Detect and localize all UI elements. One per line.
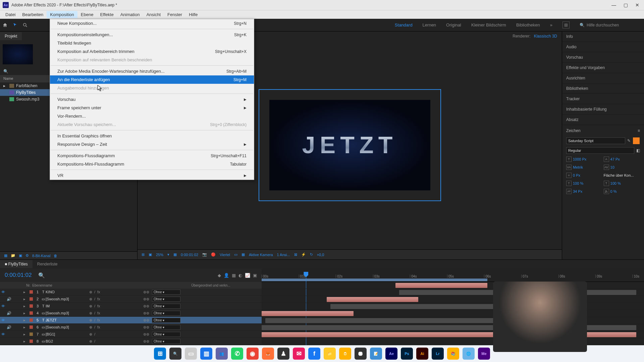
layer-row[interactable]: 🔊▸4▭[Swoosh.mp3]⊕/fx⊚⊚Ohne ▾ (0, 310, 262, 317)
adjust-icon[interactable]: ⚙ (25, 253, 29, 258)
zoom-value[interactable]: 25% (156, 253, 163, 257)
layer-row[interactable]: 🔊▸2▭[Swoosh.mp3]⊕/fx⊚⊚Ohne ▾ (0, 296, 262, 303)
taskbar-icon[interactable]: 🗒 (339, 348, 351, 360)
composition-canvas[interactable]: JETZT (269, 100, 430, 190)
layer-bar[interactable] (265, 318, 502, 323)
search-icon[interactable]: 🔍 (38, 272, 45, 279)
menu-item[interactable]: VR▶ (50, 171, 254, 180)
expand-workspaces-icon[interactable]: » (550, 22, 552, 27)
menu-komposition[interactable]: Komposition (47, 11, 77, 18)
workspace-kleiner bildschirm[interactable]: Kleiner Bildschirm (471, 22, 506, 27)
renderer-value[interactable]: Klassisch 3D (534, 34, 557, 39)
menu-datei[interactable]: Datei (2, 11, 19, 18)
interpret-footage-icon[interactable]: ▦ (4, 253, 7, 258)
menu-item[interactable]: An die Renderliste anfügenStrg+M (50, 75, 254, 84)
color-depth[interactable]: 8-Bit-Kanal (32, 254, 50, 258)
home-icon[interactable] (0, 20, 10, 30)
transparency-icon[interactable]: ▦ (241, 252, 245, 257)
menu-fenster[interactable]: Fenster (164, 11, 185, 18)
fast-preview-icon[interactable]: ⚡ (301, 252, 306, 257)
taskbar-icon[interactable]: 👥 (216, 348, 228, 360)
taskbar-icon[interactable]: 🔍 (169, 348, 181, 360)
workspace-bibliotheken[interactable]: Bibliotheken (516, 22, 540, 27)
workspace-lernen[interactable]: Lernen (423, 22, 436, 27)
timecode[interactable]: 0:00:01:02 (5, 272, 32, 279)
menu-animation[interactable]: Animation (117, 11, 143, 18)
character-panel-title[interactable]: Zeichen (566, 128, 581, 133)
new-comp-icon[interactable]: ▣ (19, 253, 22, 258)
taskbar-icon[interactable]: ✆ (231, 348, 243, 360)
hscale-value[interactable]: 100 % (610, 181, 621, 185)
taskbar-icon[interactable]: 📚 (447, 348, 459, 360)
menu-effekte[interactable]: Effekte (97, 11, 117, 18)
menu-item[interactable]: Vorschau▶ (50, 95, 254, 104)
motion-blur-icon[interactable]: ◐ (238, 273, 242, 278)
eyedropper-icon[interactable]: ✎ (627, 138, 631, 143)
panel-row[interactable]: Audio (562, 42, 644, 52)
leading-value[interactable]: 47 Px (610, 157, 620, 161)
zoom-tool-icon[interactable] (20, 20, 30, 30)
graph-editor-icon[interactable]: 📈 (245, 273, 250, 278)
font-size-value[interactable]: 1000 Px (573, 157, 586, 161)
vscale-value[interactable]: 100 % (573, 181, 583, 185)
fill-color-swatch[interactable] (633, 137, 640, 144)
taskbar-icon[interactable]: ▭ (185, 348, 197, 360)
panel-row[interactable]: Info (562, 32, 644, 42)
stroke-color-icon[interactable]: ◧ (636, 148, 640, 153)
timeline-icon[interactable]: ↻ (310, 252, 313, 257)
timeline-tab[interactable]: Renderliste (33, 260, 62, 268)
comp-marker-icon[interactable]: ◆ (218, 273, 221, 278)
font-weight-select[interactable]: Regular (566, 147, 634, 154)
menu-item[interactable]: Kompositions-FlussdiagrammStrg+Umschalt+… (50, 152, 254, 160)
menu-item[interactable]: Kompositions-Mini-FlussdiagrammTabulator (50, 160, 254, 168)
menu-item[interactable]: Responsive Design – Zeit▶ (50, 140, 254, 148)
menu-item[interactable]: Frame speichern unter▶ (50, 104, 254, 112)
close-button[interactable]: ✕ (635, 2, 639, 8)
panel-row[interactable]: Effekte und Vorgaben (562, 63, 644, 73)
layer-row[interactable]: ▸8▭BG2⊕/⊚⊚Ohne ▾ (0, 338, 262, 345)
layer-row[interactable]: 👁▸5TJETZT⊕/fx⊚⊚Ohne ▾ (0, 317, 262, 324)
menu-item[interactable]: Zur Adobe Media Encoder-Warteschlange hi… (50, 67, 254, 75)
taskbar-icon[interactable]: ✉ (293, 348, 305, 360)
trash-icon[interactable]: 🗑 (54, 254, 57, 258)
mask-icon[interactable]: ▣ (149, 252, 152, 257)
layer-bar[interactable] (327, 297, 419, 302)
taskbar-icon[interactable]: 🦊 (262, 348, 274, 360)
time-value[interactable]: 0:00:01:02 (181, 253, 198, 257)
taskbar-icon[interactable]: ⊞ (154, 348, 166, 360)
panel-row[interactable]: Bibliotheken (562, 83, 644, 94)
taskbar-icon[interactable]: Me (478, 348, 490, 360)
baseline-value[interactable]: 34 Px (573, 189, 582, 193)
layer-row[interactable]: 👁▸3TIM⊕/fx⊚⊚Ohne ▾ (0, 303, 262, 310)
menu-hilfe[interactable]: Hilfe (185, 11, 201, 18)
taskbar-icon[interactable]: Ps (401, 348, 413, 360)
panel-row[interactable]: Vorschau (562, 52, 644, 63)
grid-icon[interactable]: ⊞ (142, 252, 145, 257)
safe-zones-icon[interactable]: ▦ (173, 252, 177, 257)
stroke-width-value[interactable]: 0 Px (573, 173, 580, 177)
layer-bar[interactable] (395, 283, 487, 288)
taskbar-icon[interactable]: 📁 (324, 348, 336, 360)
shy-icon[interactable]: 👤 (224, 273, 229, 278)
frame-blend-icon[interactable]: ▦ (232, 273, 236, 278)
taskbar-icon[interactable]: ⏺ (355, 348, 367, 360)
menu-item[interactable]: Titelbild festlegen (50, 39, 254, 47)
menu-ebene[interactable]: Ebene (77, 11, 97, 18)
taskbar-icon[interactable]: f (308, 348, 320, 360)
taskbar-icon[interactable]: Lr (432, 348, 444, 360)
menu-item[interactable]: Kompositionseinstellungen...Strg+K (50, 31, 254, 39)
snapshot-icon[interactable]: 📷 (202, 252, 207, 257)
layer-bar[interactable] (262, 311, 354, 316)
workspace-standard[interactable]: Standard (395, 22, 413, 27)
panel-menu-icon[interactable]: ≡ (638, 128, 640, 133)
resolution-menu-icon[interactable]: ▾ (167, 252, 169, 257)
menu-item[interactable]: Neue Komposition...Strg+N (50, 19, 254, 27)
project-tab[interactable]: Projekt (0, 32, 22, 40)
panel-row[interactable]: Inhaltsbasierte Füllung (562, 104, 644, 115)
name-column-header[interactable]: Name (3, 76, 13, 80)
tracking-value[interactable]: 10 (610, 165, 614, 169)
region-icon[interactable]: ▭ (234, 252, 237, 257)
maximize-button[interactable]: ▢ (624, 2, 628, 8)
exposure-value[interactable]: +0,0 (317, 253, 324, 257)
taskbar-icon[interactable]: 🌐 (463, 348, 475, 360)
